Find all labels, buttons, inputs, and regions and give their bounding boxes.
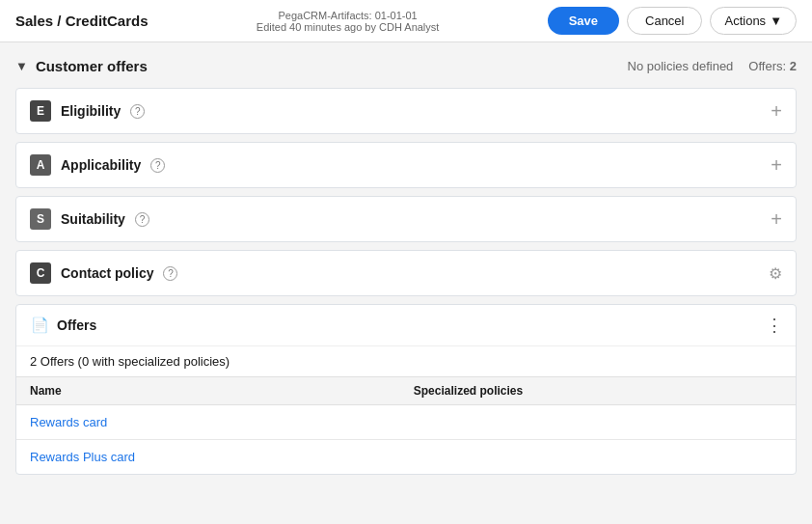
column-header-specialized: Specialized policies [400, 377, 796, 405]
applicability-add-icon[interactable]: + [771, 154, 782, 177]
applicability-badge: A [30, 154, 51, 176]
applicability-help-icon[interactable]: ? [150, 158, 165, 173]
eligibility-label: Eligibility [61, 103, 121, 119]
eligibility-help-icon[interactable]: ? [130, 104, 145, 119]
section-header: ▼ Customer offers No policies defined Of… [15, 58, 797, 74]
contact-policy-help-icon[interactable]: ? [163, 266, 177, 281]
suitability-card: S Suitability ? + [15, 196, 797, 242]
offers-file-icon: 📄 [30, 316, 49, 335]
applicability-card: A Applicability ? + [15, 142, 797, 188]
collapse-icon[interactable]: ▼ [15, 59, 28, 73]
contact-policy-gear-icon[interactable]: ⚙ [769, 264, 782, 283]
table-row: Rewards Plus card [16, 440, 796, 475]
eligibility-add-icon[interactable]: + [771, 100, 782, 123]
eligibility-card: E Eligibility ? + [15, 88, 797, 134]
section-meta: No policies defined Offers: 2 [628, 59, 798, 73]
offers-panel: 📄 Offers ⋮ 2 Offers (0 with specialized … [15, 304, 797, 475]
actions-button[interactable]: Actions ▼ [710, 7, 797, 35]
rewards-plus-card-specialized [400, 440, 796, 475]
rewards-card-link[interactable]: Rewards card [30, 415, 107, 429]
applicability-label: Applicability [61, 157, 141, 173]
contact-policy-card: C Contact policy ? ⚙ [15, 250, 797, 296]
column-header-name: Name [16, 377, 400, 405]
suitability-help-icon[interactable]: ? [135, 212, 149, 227]
offers-count: 2 [790, 59, 797, 73]
artifact-info: PegaCRM-Artifacts: 01-01-01 Edited 40 mi… [257, 10, 440, 33]
offers-table: Name Specialized policies Rewards card R… [16, 376, 796, 474]
breadcrumb-area: Sales / CreditCards [15, 13, 149, 29]
save-button[interactable]: Save [548, 7, 619, 35]
header-actions: Save Cancel Actions ▼ [548, 7, 797, 35]
cancel-button[interactable]: Cancel [627, 7, 702, 35]
offers-panel-title-text: Offers [57, 317, 96, 333]
rewards-plus-card-link[interactable]: Rewards Plus card [30, 450, 135, 464]
chevron-down-icon: ▼ [770, 14, 782, 28]
offers-kebab-menu-icon[interactable]: ⋮ [766, 315, 782, 336]
suitability-badge: S [30, 208, 51, 230]
offers-panel-header: 📄 Offers ⋮ [16, 305, 796, 346]
offer-name-rewards-plus-card: Rewards Plus card [16, 440, 400, 475]
no-policies-label: No policies defined [628, 59, 734, 73]
suitability-label: Suitability [61, 211, 125, 227]
app-header: Sales / CreditCards PegaCRM-Artifacts: 0… [0, 0, 812, 42]
edited-by: Edited 40 minutes ago by CDH Analyst [257, 21, 440, 33]
eligibility-badge: E [30, 100, 51, 122]
breadcrumb: Sales / CreditCards [15, 13, 149, 29]
suitability-add-icon[interactable]: + [771, 208, 782, 231]
offer-name-rewards-card: Rewards card [16, 405, 400, 440]
table-row: Rewards card [16, 405, 796, 440]
section-title: ▼ Customer offers [15, 58, 148, 74]
offers-summary: 2 Offers (0 with specialized policies) [16, 346, 796, 376]
offers-count-label: Offers: 2 [748, 59, 797, 73]
contact-policy-badge: C [30, 262, 51, 284]
artifact-id: PegaCRM-Artifacts: 01-01-01 [278, 10, 417, 21]
main-content: ▼ Customer offers No policies defined Of… [0, 42, 812, 524]
rewards-card-specialized [400, 405, 796, 440]
contact-policy-label: Contact policy [61, 265, 153, 281]
section-title-text: Customer offers [36, 58, 148, 74]
